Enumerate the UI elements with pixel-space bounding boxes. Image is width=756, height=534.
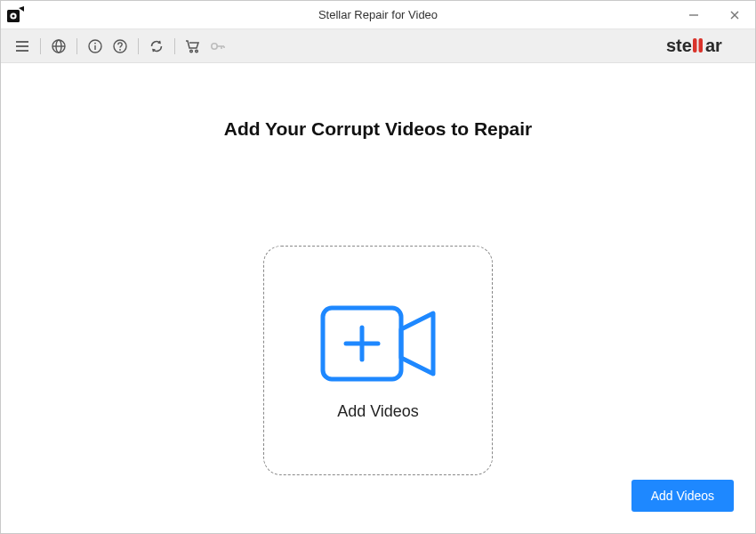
svg-point-17	[190, 50, 193, 53]
window-title: Stellar Repair for Video	[1, 8, 755, 21]
svg-point-13	[94, 42, 96, 44]
titlebar: Stellar Repair for Video	[1, 1, 755, 29]
svg-point-2	[12, 14, 14, 17]
help-icon	[112, 38, 128, 54]
svg-text:ste: ste	[666, 36, 692, 55]
add-videos-button[interactable]: Add Videos	[631, 480, 734, 512]
page-title: Add Your Corrupt Videos to Repair	[1, 118, 755, 140]
menu-button[interactable]	[10, 34, 35, 59]
svg-point-18	[196, 50, 198, 53]
svg-rect-25	[699, 38, 704, 53]
globe-icon	[51, 38, 67, 54]
buy-button[interactable]	[181, 34, 205, 59]
activate-button[interactable]	[205, 34, 230, 59]
app-icon	[1, 1, 29, 29]
divider	[76, 38, 77, 54]
minimize-button[interactable]	[673, 1, 714, 29]
divider	[138, 38, 139, 54]
window-controls	[673, 1, 755, 29]
hamburger-icon	[14, 38, 30, 54]
add-videos-dropzone[interactable]: Add Videos	[263, 246, 493, 475]
svg-rect-24	[693, 38, 697, 53]
info-icon	[87, 38, 103, 54]
main-content: Add Your Corrupt Videos to Repair Add Vi…	[1, 63, 755, 533]
svg-point-19	[212, 43, 217, 48]
update-button[interactable]	[144, 34, 169, 59]
video-camera-plus-icon	[316, 301, 440, 386]
dropzone-label: Add Videos	[337, 402, 419, 421]
refresh-icon	[149, 38, 165, 54]
key-icon	[209, 38, 227, 54]
about-button[interactable]	[83, 34, 108, 59]
svg-point-16	[119, 49, 121, 51]
brand-logo: ste ar	[666, 35, 746, 58]
divider	[40, 38, 41, 54]
svg-text:ar: ar	[705, 36, 722, 55]
divider	[174, 38, 175, 54]
help-button[interactable]	[108, 34, 133, 59]
close-button[interactable]	[714, 1, 755, 29]
cart-icon	[184, 38, 202, 54]
language-button[interactable]	[46, 34, 71, 59]
app-window: Stellar Repair for Video	[0, 0, 756, 534]
toolbar: ste ar	[1, 29, 755, 63]
